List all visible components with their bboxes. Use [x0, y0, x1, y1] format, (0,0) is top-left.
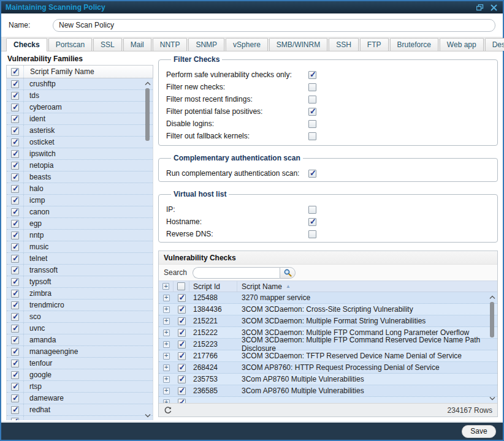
row-checkbox[interactable]	[178, 387, 186, 395]
family-checkbox[interactable]	[11, 243, 19, 251]
expand-icon[interactable]	[163, 295, 170, 301]
family-row[interactable]: halo	[7, 183, 153, 195]
family-row[interactable]: osticket	[7, 137, 153, 148]
family-row[interactable]: transsoft	[7, 265, 153, 276]
family-checkbox[interactable]	[11, 266, 19, 274]
tab-ssl[interactable]: SSL	[93, 38, 122, 51]
family-checkbox[interactable]	[11, 336, 19, 344]
family-checkbox[interactable]	[11, 208, 19, 216]
family-row[interactable]: netopia	[7, 160, 153, 172]
family-row[interactable]: beasts	[7, 172, 153, 183]
expand-icon[interactable]	[163, 353, 170, 360]
family-checkbox[interactable]	[11, 325, 19, 333]
row-checkbox[interactable]	[178, 352, 186, 360]
option-checkbox[interactable]	[308, 230, 316, 238]
row-checkbox[interactable]	[178, 306, 186, 314]
families-header-row[interactable]: Script Family Name	[6, 65, 153, 78]
row-checkbox[interactable]	[178, 294, 186, 302]
family-checkbox[interactable]	[11, 232, 19, 239]
option-checkbox[interactable]	[308, 96, 316, 104]
expand-icon[interactable]	[163, 306, 170, 313]
family-checkbox[interactable]	[11, 104, 19, 111]
table-row[interactable]: 125488 3270 mapper service	[159, 292, 497, 304]
grid-scroll-track[interactable]	[489, 301, 496, 394]
family-checkbox[interactable]	[11, 115, 19, 123]
option-checkbox[interactable]	[308, 218, 316, 226]
family-checkbox[interactable]	[11, 80, 19, 88]
tab-ftp[interactable]: FTP	[360, 38, 389, 51]
option-checkbox[interactable]	[308, 71, 316, 79]
family-checkbox[interactable]	[11, 278, 19, 286]
expand-icon[interactable]	[163, 330, 170, 336]
column-header-script-name[interactable]: Script Name ▲	[237, 281, 497, 292]
row-checkbox[interactable]	[178, 364, 186, 372]
save-button[interactable]: Save	[462, 425, 496, 438]
select-all-rows-checkbox[interactable]	[177, 282, 185, 290]
expand-icon[interactable]	[163, 388, 170, 394]
families-select-all-checkbox[interactable]	[11, 68, 19, 76]
family-checkbox[interactable]	[11, 185, 19, 193]
option-checkbox[interactable]	[308, 83, 316, 91]
family-row[interactable]: uvnc	[7, 323, 153, 334]
policy-name-input[interactable]	[53, 19, 495, 32]
family-row[interactable]: dameware	[7, 393, 153, 404]
tab-snmp[interactable]: SNMP	[188, 38, 224, 51]
table-row[interactable]: 235753 3Com AP8760 Multiple Vulnerabilit…	[159, 374, 497, 385]
family-checkbox[interactable]	[11, 127, 19, 135]
scroll-thumb[interactable]	[145, 88, 150, 141]
restore-icon[interactable]	[475, 3, 485, 12]
expand-icon[interactable]	[163, 364, 170, 371]
tab-portscan[interactable]: Portscan	[48, 38, 92, 51]
family-row[interactable]	[7, 416, 153, 420]
table-row[interactable]: 217766 3COM 3CDaemon: TFTP Reserved Devi…	[159, 350, 497, 362]
family-row[interactable]: rtsp	[7, 381, 153, 393]
tab-smb-winrm[interactable]: SMB/WINRM	[269, 38, 327, 51]
tab-mail[interactable]: Mail	[123, 38, 151, 51]
tab-bruteforce[interactable]: Bruteforce	[390, 38, 438, 51]
family-row[interactable]: telnet	[7, 253, 153, 265]
table-row[interactable]: 268424 3COM AP8760: HTTP Request Process…	[159, 362, 497, 374]
family-checkbox[interactable]	[11, 371, 19, 379]
expand-all-icon[interactable]	[162, 283, 169, 290]
scroll-up-icon[interactable]	[144, 80, 151, 87]
option-checkbox[interactable]	[308, 132, 316, 140]
family-row[interactable]: tds	[7, 90, 153, 102]
family-row[interactable]: icmp	[7, 195, 153, 206]
option-checkbox[interactable]	[308, 170, 316, 178]
family-row[interactable]: ident	[7, 113, 153, 125]
family-row[interactable]: trendmicro	[7, 300, 153, 311]
column-header-script-id[interactable]: Script Id	[189, 281, 237, 292]
expand-icon[interactable]	[163, 399, 170, 404]
tab-ssh[interactable]: SSH	[329, 38, 359, 51]
family-checkbox[interactable]	[11, 394, 19, 402]
family-row[interactable]: crushftp	[7, 78, 153, 90]
family-checkbox[interactable]	[11, 173, 19, 181]
family-row[interactable]: amanda	[7, 334, 153, 346]
grid-scroll-down-icon[interactable]	[489, 394, 496, 402]
row-checkbox[interactable]	[178, 317, 186, 325]
tab-nntp[interactable]: NNTP	[153, 38, 188, 51]
family-checkbox[interactable]	[11, 150, 19, 158]
tab-description[interactable]: Description	[485, 38, 504, 51]
family-row[interactable]: music	[7, 241, 153, 253]
family-checkbox[interactable]	[11, 360, 19, 368]
family-row[interactable]: sco	[7, 311, 153, 323]
family-checkbox[interactable]	[11, 383, 19, 391]
family-row[interactable]: tenfour	[7, 358, 153, 369]
family-row[interactable]: redhat	[7, 404, 153, 416]
scroll-track[interactable]	[144, 87, 151, 412]
table-row[interactable]	[159, 397, 497, 403]
scroll-down-icon[interactable]	[144, 412, 151, 419]
family-checkbox[interactable]	[11, 348, 19, 356]
row-checkbox[interactable]	[178, 375, 186, 383]
family-checkbox[interactable]	[11, 162, 19, 170]
family-row[interactable]: ipswitch	[7, 148, 153, 160]
family-checkbox[interactable]	[11, 197, 19, 205]
family-checkbox[interactable]	[11, 92, 19, 100]
tab-vsphere[interactable]: vSphere	[226, 38, 268, 51]
family-row[interactable]: manageengine	[7, 346, 153, 358]
grid-scroll-thumb[interactable]	[490, 302, 494, 337]
option-checkbox[interactable]	[308, 120, 316, 128]
refresh-icon[interactable]	[164, 406, 172, 415]
family-row[interactable]: egp	[7, 218, 153, 230]
